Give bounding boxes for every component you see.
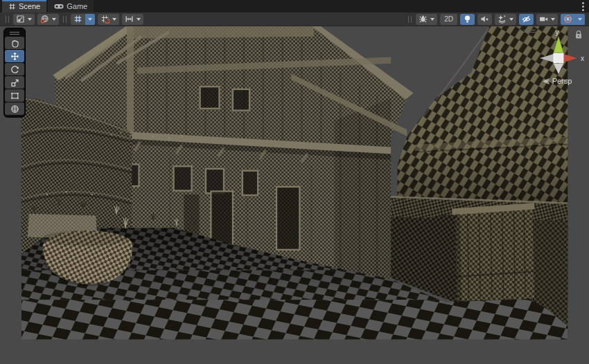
axis-y-label: y [556,28,559,36]
transform-icon [10,104,19,113]
kebab-menu-icon[interactable] [582,2,584,11]
scene-viewport[interactable]: y x Persp [0,26,589,364]
transform-tool-button[interactable] [5,102,24,115]
overlay-drag-handle[interactable] [408,16,412,23]
pivot-square-icon [16,15,25,24]
pivot-mode-button[interactable] [13,14,35,25]
chevron-down-icon [509,18,513,23]
chevron-down-icon [112,18,116,23]
scale-tool-button[interactable] [5,76,24,89]
globe-icon [40,15,49,24]
camera-icon [539,15,548,24]
tools-overlay [3,28,26,118]
grid-icon [73,15,82,24]
audio-muted-icon [480,15,489,24]
view-tool-button[interactable] [5,37,24,49]
gizmos-dropdown[interactable] [575,14,585,25]
2d-view-label: 2D [443,14,455,25]
tab-scene[interactable]: Scene [2,0,46,12]
orientation-gizmo: y x Persp [525,27,589,98]
rect-tool-button[interactable] [5,89,24,102]
axis-y-cone[interactable] [554,37,563,53]
scene-visibility-button[interactable] [519,14,534,25]
gizmo-sphere-icon [563,15,572,24]
lightbulb-icon [463,15,472,24]
chevron-down-icon [88,18,92,23]
snap-increment-button[interactable] [122,14,143,25]
scene-toolbar: 2D [0,12,589,26]
grid-plane-dropdown[interactable] [85,14,95,25]
overlay-drag-handle[interactable] [6,16,9,23]
rotate-tool-button[interactable] [5,63,24,75]
effects-icon [498,15,507,24]
padlock-icon[interactable] [574,30,583,39]
move-icon [10,52,19,61]
grid-visibility-button[interactable] [71,14,95,25]
grid-snap-button[interactable] [98,14,119,25]
grid-snap-icon [100,15,109,24]
tab-scene-label: Scene [19,2,40,10]
axis-x-label: x [581,55,584,62]
perspective-frustum-icon [543,78,550,85]
chevron-down-icon [52,18,56,23]
tab-game[interactable]: Game [48,0,94,12]
wooden-shed [426,203,534,301]
scale-icon [10,78,19,87]
overlay-drag-handle[interactable] [63,16,67,23]
gamepad-icon [54,3,64,10]
rotate-icon [10,65,19,74]
hand-icon [10,39,19,48]
tools-overlay-handle[interactable] [5,30,24,36]
chevron-down-icon [28,18,32,23]
tab-bar: Scene Game [0,0,589,12]
bug-icon [419,15,428,24]
debug-mode-button[interactable] [416,14,437,25]
tab-game-label: Game [67,2,87,10]
effects-button[interactable] [495,14,516,25]
2d-view-button[interactable]: 2D [440,14,457,25]
axis-negx-cone[interactable] [540,53,556,63]
scene-audio-button[interactable] [477,14,492,25]
eye-slash-icon [522,15,531,24]
scene-3d-render [0,26,589,364]
unity-editor-window: Scene Game [0,0,589,364]
rect-icon [10,91,19,100]
gizmo-center-cube[interactable] [554,53,563,63]
chevron-down-icon [430,18,434,23]
chevron-down-icon [137,18,141,23]
gizmos-button[interactable] [561,14,585,25]
axis-x-cone[interactable] [561,53,577,63]
handle-orientation-button[interactable] [37,14,59,25]
projection-toggle[interactable]: Persp [525,77,589,85]
scene-lighting-button[interactable] [460,14,475,25]
snap-move-icon [125,15,134,24]
chevron-down-icon [551,18,555,23]
chevron-down-icon [578,18,582,23]
move-tool-button[interactable] [5,50,24,62]
axis-negy-cone[interactable] [554,64,563,74]
grid-tab-icon [8,3,16,10]
camera-settings-button[interactable] [536,14,558,25]
projection-label: Persp [552,77,572,85]
